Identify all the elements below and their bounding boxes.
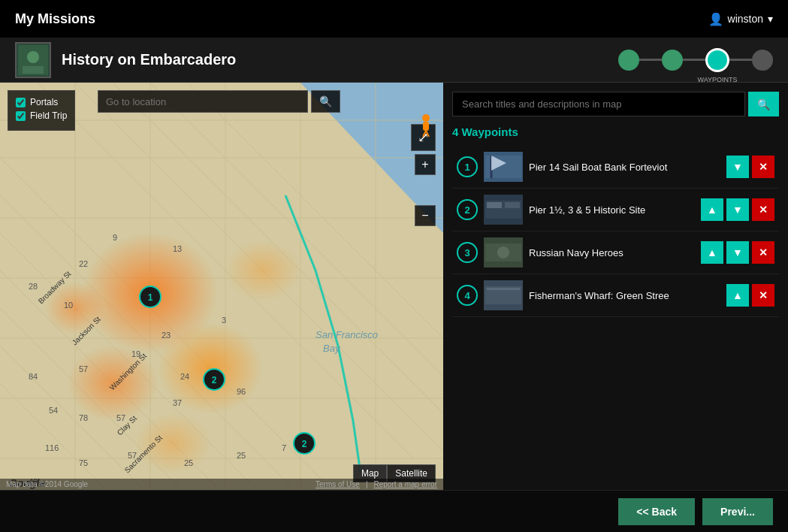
back-button[interactable]: << Back [618, 498, 695, 525]
svg-text:22: 22 [79, 259, 88, 268]
dropdown-arrow: ▾ [768, 13, 773, 25]
app-header: My Missions 👤 winston ▾ [0, 0, 788, 38]
map-data-credit: Map data ©2014 Google [6, 480, 88, 488]
svg-rect-82 [423, 122, 429, 131]
svg-text:116: 116 [45, 443, 59, 452]
waypoint-name-1: Pier 14 Sail Boat Bank Forteviot [529, 162, 720, 173]
waypoint-thumb-4 [484, 280, 523, 310]
panel-search-button[interactable]: 🔍 [748, 92, 779, 116]
streetview-icon[interactable] [418, 114, 434, 140]
waypoint-thumb-2 [484, 195, 523, 225]
svg-text:57: 57 [116, 413, 125, 422]
svg-rect-92 [505, 202, 520, 208]
svg-text:San Francisco: San Francisco [316, 329, 378, 340]
svg-text:54: 54 [49, 406, 58, 415]
progress-steps: WAYPOINTS [618, 48, 773, 72]
svg-rect-91 [487, 202, 502, 208]
panel-search-input[interactable] [452, 92, 745, 116]
mission-thumbnail [15, 42, 51, 78]
map-search-input[interactable] [98, 90, 308, 113]
portals-filter[interactable]: Portals [16, 97, 67, 107]
mission-bar: History on Embarcadero WAYPOINTS [0, 38, 788, 83]
panel-search-bar: 🔍 [452, 92, 779, 116]
waypoint-1-remove[interactable]: ✕ [752, 156, 774, 178]
step-2 [662, 50, 683, 71]
svg-text:13: 13 [173, 244, 182, 253]
svg-point-2 [27, 51, 39, 63]
waypoint-thumb-1 [484, 152, 523, 182]
map-section: 1 2 2 Broadway St Jackson St Washington … [0, 83, 443, 490]
mission-title: History on Embarcadero [62, 51, 618, 68]
preview-button[interactable]: Previ... [702, 498, 773, 525]
report-link[interactable]: Report a map error [374, 480, 437, 488]
svg-line-84 [426, 131, 429, 137]
svg-text:7: 7 [282, 443, 286, 452]
step-line-2 [683, 59, 705, 61]
waypoint-actions-2: ▲ ▼ ✕ [701, 198, 774, 221]
fieldtrip-filter[interactable]: Field Trip [16, 110, 67, 121]
terms-link[interactable]: Terms of Use [316, 480, 360, 488]
svg-text:2: 2 [212, 375, 217, 385]
svg-text:75: 75 [79, 458, 88, 467]
svg-point-33 [225, 240, 300, 301]
waypoint-2-remove[interactable]: ✕ [752, 198, 774, 221]
waypoint-item: 4 Fisherman's Wharf: Green Stree ▲ ✕ [452, 274, 779, 317]
map-overlay-controls: Portals Field Trip [8, 90, 75, 131]
fieldtrip-label: Field Trip [30, 110, 67, 121]
svg-text:84: 84 [29, 372, 38, 381]
svg-rect-98 [487, 288, 520, 290]
zoom-in-button[interactable]: + [415, 154, 436, 175]
portals-label: Portals [30, 97, 58, 107]
step-3-label: WAYPOINTS [697, 76, 737, 83]
step-3: WAYPOINTS [705, 48, 729, 72]
waypoint-number-1: 1 [457, 156, 478, 177]
svg-text:57: 57 [128, 451, 137, 460]
waypoint-1-move-down[interactable]: ▼ [726, 156, 749, 178]
footer: << Back Previ... [0, 490, 788, 532]
step-1 [618, 50, 639, 71]
svg-point-95 [497, 246, 509, 258]
step-line-3 [729, 59, 752, 61]
waypoint-number-4: 4 [457, 285, 478, 306]
svg-text:28: 28 [29, 282, 38, 291]
waypoints-panel: 🔍 4 Waypoints 1 Pier 14 Sail Boat Bank F… [443, 83, 788, 490]
step-4 [752, 50, 773, 71]
svg-text:2: 2 [302, 439, 307, 449]
portals-checkbox[interactable] [16, 98, 26, 107]
svg-point-35 [135, 413, 210, 473]
waypoint-4-remove[interactable]: ✕ [752, 284, 774, 307]
svg-text:1: 1 [148, 292, 153, 303]
svg-text:19: 19 [131, 349, 140, 358]
svg-line-83 [423, 131, 426, 137]
waypoint-actions-4: ▲ ✕ [726, 284, 774, 307]
svg-rect-3 [23, 66, 44, 74]
step-line-1 [639, 59, 662, 61]
main-content: 1 2 2 Broadway St Jackson St Washington … [0, 83, 788, 490]
svg-text:9: 9 [113, 233, 117, 242]
waypoints-count: 4 Waypoints [452, 125, 779, 138]
user-menu[interactable]: 👤 winston ▾ [708, 12, 773, 26]
waypoint-item: 2 Pier 1½, 3 & 5 Historic Site ▲ ▼ ✕ [452, 189, 779, 231]
waypoint-number-2: 2 [457, 199, 478, 220]
waypoint-2-move-up[interactable]: ▲ [701, 198, 723, 221]
username: winston [728, 13, 763, 25]
waypoint-3-move-up[interactable]: ▲ [701, 241, 723, 264]
app-title: My Missions [15, 11, 95, 27]
user-icon: 👤 [708, 12, 723, 26]
fieldtrip-checkbox[interactable] [16, 111, 26, 121]
svg-text:24: 24 [180, 372, 189, 381]
svg-text:37: 37 [173, 398, 182, 407]
waypoint-4-move-up[interactable]: ▲ [726, 284, 749, 307]
waypoint-3-move-down[interactable]: ▼ [726, 241, 749, 264]
svg-text:Bay: Bay [323, 343, 341, 354]
zoom-controls: + − [415, 154, 436, 226]
zoom-out-button[interactable]: − [415, 205, 436, 226]
svg-text:25: 25 [184, 458, 193, 467]
map-search-button[interactable]: 🔍 [311, 90, 340, 113]
svg-text:25: 25 [237, 451, 246, 460]
waypoint-3-remove[interactable]: ✕ [752, 241, 774, 264]
waypoint-actions-3: ▲ ▼ ✕ [701, 241, 774, 264]
waypoint-2-move-down[interactable]: ▼ [726, 198, 749, 221]
svg-text:23: 23 [162, 331, 171, 340]
waypoint-actions-1: ▼ ✕ [726, 156, 774, 178]
